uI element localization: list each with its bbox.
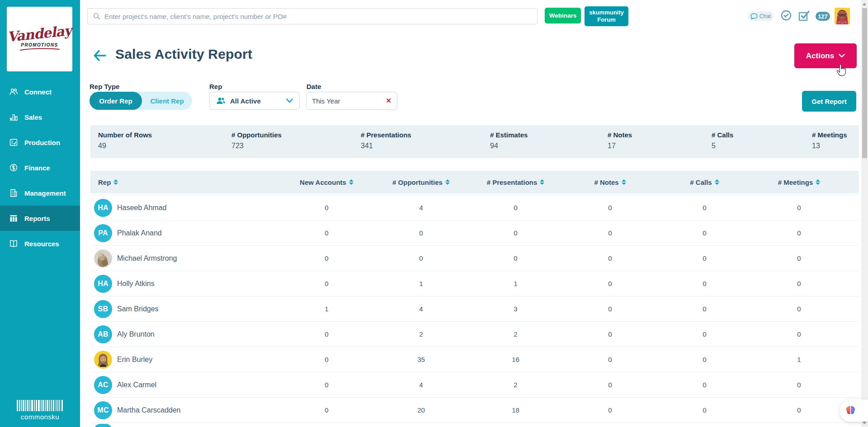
- metric-cell: 0: [563, 381, 657, 389]
- sort-icon[interactable]: [816, 179, 820, 185]
- chat-button[interactable]: Chat: [748, 11, 774, 21]
- actions-button[interactable]: Actions: [794, 43, 857, 68]
- rep-avatar[interactable]: HA: [94, 275, 112, 293]
- rep-avatar[interactable]: MC: [94, 401, 112, 419]
- column-header-calls[interactable]: # Calls: [657, 178, 752, 186]
- rep-cell[interactable]: HAHolly Atkins: [90, 275, 279, 293]
- column-header-opportunities[interactable]: # Opportunities: [374, 178, 468, 186]
- metric-cell: 2: [468, 381, 563, 389]
- sidebar-item-reports[interactable]: Reports: [0, 206, 80, 231]
- people-icon: [216, 97, 226, 105]
- rep-label: Rep: [209, 83, 222, 90]
- skummunity-forum-button[interactable]: skummunityForum: [585, 6, 628, 26]
- summary-stat: # Meetings13: [812, 131, 859, 158]
- sidebar-item-finance[interactable]: Finance: [0, 155, 80, 180]
- metric-cell: 0: [279, 356, 374, 363]
- sidebar-item-connect[interactable]: Connect: [0, 79, 80, 104]
- sort-icon[interactable]: [113, 179, 118, 185]
- skubot-floating-button[interactable]: [840, 399, 868, 422]
- rep-cell[interactable]: Michael Armstrong: [90, 249, 279, 267]
- barcode-icon: [17, 400, 64, 411]
- rep-avatar[interactable]: [94, 249, 112, 267]
- actions-label: Actions: [806, 52, 834, 61]
- chevron-down-icon: [839, 54, 845, 58]
- rep-avatar[interactable]: AB: [94, 325, 112, 343]
- metric-cell: 0: [279, 406, 374, 414]
- sort-icon[interactable]: [445, 179, 450, 185]
- page-scrollbar[interactable]: [861, 0, 868, 427]
- sort-icon[interactable]: [349, 179, 354, 185]
- rep-cell[interactable]: Erin Burley: [90, 351, 279, 369]
- tasks-checkbox-icon[interactable]: [798, 10, 810, 21]
- webinars-button[interactable]: Webinars: [545, 8, 581, 23]
- sidebar-item-resources[interactable]: Resources: [0, 231, 80, 256]
- metric-cell: 0: [468, 229, 563, 237]
- scrollbar-thumb[interactable]: [862, 8, 867, 158]
- rep-cell[interactable]: ACAlex Carmel: [90, 376, 279, 394]
- column-header-label: Rep: [98, 178, 111, 186]
- metric-cell: 0: [752, 229, 846, 237]
- sidebar-item-sales[interactable]: Sales: [0, 104, 80, 130]
- get-report-button[interactable]: Get Report: [802, 91, 856, 112]
- rep-name[interactable]: Erin Burley: [117, 356, 152, 364]
- stat-value: 13: [812, 142, 859, 150]
- date-filter-field[interactable]: This Year ✕: [306, 92, 397, 110]
- company-logo[interactable]: Vandelay PROMOTIONS: [7, 7, 72, 71]
- column-header-rep[interactable]: Rep: [90, 178, 279, 186]
- rep-avatar[interactable]: HA: [94, 199, 112, 217]
- client-rep-option[interactable]: Client Rep: [142, 92, 192, 110]
- sidebar-item-label: Connect: [24, 88, 52, 96]
- rep-name[interactable]: Aly Brunton: [117, 330, 155, 338]
- back-arrow-button[interactable]: [93, 49, 107, 62]
- bar-chart-icon: [9, 113, 18, 122]
- sidebar-item-production[interactable]: Production: [0, 130, 80, 155]
- rep-name[interactable]: Sam Bridges: [117, 305, 159, 313]
- rep-name[interactable]: Michael Armstrong: [117, 254, 177, 263]
- metric-cell: 0: [374, 229, 468, 237]
- check-circle-icon[interactable]: [781, 10, 792, 21]
- order-rep-option[interactable]: Order Rep: [90, 92, 142, 110]
- rep-name[interactable]: Phalak Anand: [117, 229, 162, 237]
- rep-name[interactable]: Martha Carscadden: [117, 406, 181, 414]
- rep-cell[interactable]: ABAly Brunton: [90, 325, 279, 343]
- rep-cell[interactable]: MCMartha Carscadden: [90, 401, 279, 419]
- column-header-presentations[interactable]: # Presentations: [468, 178, 563, 186]
- rep-name[interactable]: Holly Atkins: [117, 280, 155, 288]
- building-icon: [9, 188, 18, 197]
- table-row: MCMartha Carscadden02018000: [90, 398, 859, 423]
- rep-name[interactable]: Alex Carmel: [117, 381, 156, 389]
- dollar-circle-icon: [9, 163, 18, 172]
- logo-swash: [19, 48, 60, 51]
- table-row: Michael Armstrong000000: [90, 246, 859, 271]
- rep-dropdown[interactable]: All Active: [209, 92, 300, 110]
- rep-avatar[interactable]: PA: [94, 224, 112, 242]
- notification-count-badge[interactable]: 127: [816, 12, 830, 21]
- rep-cell[interactable]: PAPhalak Anand: [90, 224, 279, 242]
- sort-icon[interactable]: [540, 179, 544, 185]
- rep-avatar[interactable]: SB: [94, 300, 112, 318]
- sort-icon[interactable]: [622, 179, 626, 185]
- sidebar-item-label: Sales: [24, 113, 42, 121]
- column-header-meetings[interactable]: # Meetings: [752, 178, 846, 186]
- summary-stat: # Calls5: [712, 131, 812, 158]
- rep-name[interactable]: Haseeb Ahmad: [117, 204, 166, 212]
- table-row: Erin Burley03516001: [90, 347, 859, 372]
- metric-cell: 16: [468, 356, 563, 363]
- scroll-down-arrow[interactable]: [863, 422, 866, 424]
- scroll-up-arrow[interactable]: [863, 3, 866, 5]
- search-input[interactable]: [104, 13, 537, 20]
- user-avatar[interactable]: [835, 8, 850, 24]
- rep-avatar[interactable]: AC: [94, 376, 112, 394]
- column-header-new-accounts[interactable]: New Accounts: [279, 178, 374, 186]
- metric-cell: 0: [279, 254, 374, 262]
- column-header-notes[interactable]: # Notes: [563, 178, 657, 186]
- rep-avatar[interactable]: [94, 351, 112, 369]
- sidebar-item-management[interactable]: Management: [0, 180, 80, 206]
- sort-icon[interactable]: [715, 179, 719, 185]
- rep-cell[interactable]: HAHaseeb Ahmad: [90, 199, 279, 217]
- stat-value: 723: [231, 142, 361, 150]
- clear-date-icon[interactable]: ✕: [386, 97, 392, 105]
- rep-cell[interactable]: SBSam Bridges: [90, 300, 279, 318]
- metric-cell: 0: [657, 406, 752, 414]
- metric-cell: 20: [374, 406, 468, 414]
